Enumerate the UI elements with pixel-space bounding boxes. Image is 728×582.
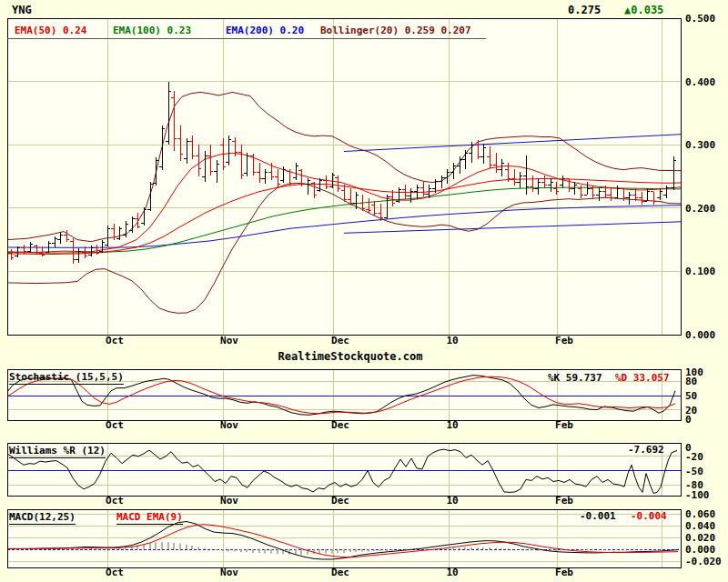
williams-ytick: -100 [685,489,710,501]
williams-ytick: -50 [685,466,703,477]
macd-signal-value: -0.004 [631,510,667,522]
stochastic-d-value: %D 33.057 [615,372,670,384]
stochastic-title: Stochastic (15,5,5) [9,371,124,385]
price-xlabel-Nov: Nov [220,335,238,346]
price-change: ▲0.035 [624,4,663,16]
legend-underline [7,38,486,39]
williams-xlabel-Nov: Nov [220,495,238,507]
williams-value: -7.692 [628,444,664,456]
legend-ema50: EMA(50) 0.24 [15,25,86,36]
watermark: RealtimeStockquote.com [0,350,701,363]
ticker-symbol: YNG [12,4,32,16]
price-xlabel-Dec: Dec [331,335,349,346]
macd-value: -0.001 [580,510,616,522]
price-xlabel-Feb: Feb [555,335,573,346]
macd-ytick: 0.040 [685,520,715,532]
macd-title: MACD(12,25) [9,511,76,525]
macd-xlabel-Dec: Dec [331,567,349,578]
legend-ema100: EMA(100) 0.23 [113,25,191,36]
stochastic-ytick: 50 [685,390,697,402]
legend-bollinger: Bollinger(20) 0.259 0.207 [320,25,471,36]
chart-canvas: 0.5000.4000.3000.2000.1000.000OctNovDec1… [0,0,728,582]
macd-ytick: 0.000 [685,544,715,556]
price-ytick: 0.300 [685,139,715,151]
legend-ema200: EMA(200) 0.20 [226,25,304,36]
last-price: 0.275 [568,4,601,16]
macd-xlabel-10: 10 [446,567,458,578]
stochastic-xlabel-Feb: Feb [555,419,573,431]
macd-xlabel-Feb: Feb [555,567,573,578]
stochastic-xlabel-Dec: Dec [331,419,349,431]
macd-xlabel-Nov: Nov [220,567,238,578]
stochastic-k-value: %K 59.737 [548,372,602,384]
price-ytick: 0.200 [685,203,715,215]
williams-title: Williams %R (12) [9,445,106,458]
price-ytick: 0.400 [685,76,715,88]
price-ytick: 0.500 [685,13,715,25]
williams-ytick: -20 [685,451,703,463]
williams-xlabel-Oct: Oct [106,495,124,507]
stock-chart-page: 0.5000.4000.3000.2000.1000.000OctNovDec1… [0,0,728,582]
williams-xlabel-10: 10 [446,495,458,507]
price-xlabel-Oct: Oct [106,335,124,346]
macd-xlabel-Oct: Oct [106,567,124,578]
price-xlabel-10: 10 [446,335,458,346]
price-ytick: 0.100 [685,266,715,277]
stochastic-xlabel-10: 10 [446,419,458,431]
stochastic-ytick: 80 [685,376,697,387]
stochastic-xlabel-Nov: Nov [220,419,238,431]
price-ytick: 0.000 [685,329,715,341]
stochastic-ytick: 0 [685,414,692,426]
macd-ema9-title: MACD EMA(9) [116,511,183,525]
macd-ytick: 0.020 [685,532,715,544]
stochastic-xlabel-Oct: Oct [106,419,124,431]
macd-ytick: -0.020 [685,556,722,567]
williams-xlabel-Feb: Feb [555,495,573,507]
macd-ytick: 0.060 [685,508,715,520]
williams-xlabel-Dec: Dec [331,495,349,507]
